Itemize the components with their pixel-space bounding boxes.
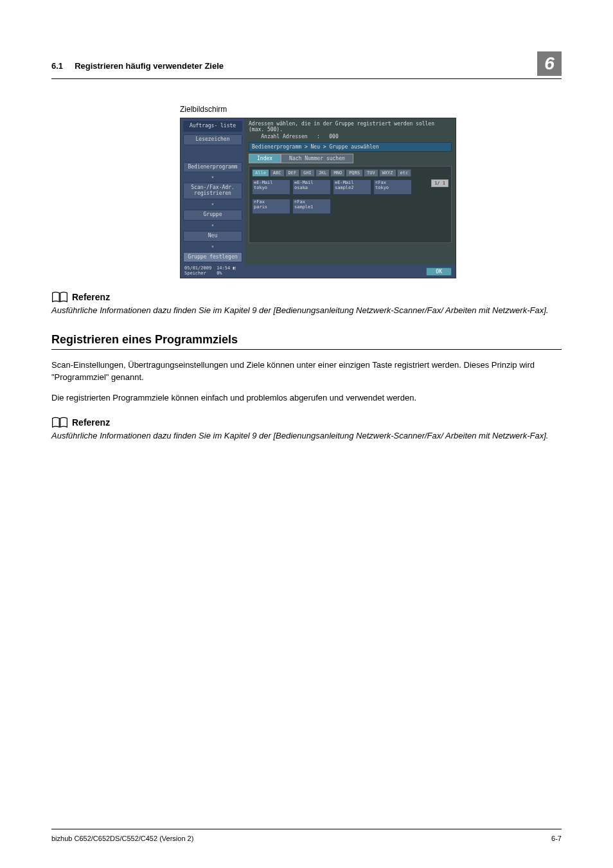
utility-button[interactable]: Bedienerprogramm bbox=[183, 162, 242, 173]
screenshot-caption: Zielbildschirm bbox=[180, 105, 562, 114]
chevron-down-icon: ▾ bbox=[183, 244, 242, 249]
letter-tab-abc[interactable]: ABC bbox=[270, 169, 285, 177]
section-num: 6.1 bbox=[51, 61, 63, 71]
breadcrumb: Bedienerprogramm > Neu > Gruppe auswähle… bbox=[249, 142, 452, 152]
reference-label: Referenz bbox=[72, 417, 110, 428]
destination-button[interactable]: ✆Faxsample1 bbox=[292, 199, 331, 214]
book-icon bbox=[51, 291, 68, 303]
book-icon bbox=[51, 417, 68, 428]
device-screenshot: Auftrags- liste Lesezeichen Bedienerprog… bbox=[180, 118, 456, 278]
screenshot-footer: 05/01/2009 Speicher 14:54 ◧ 0% OK bbox=[181, 265, 456, 277]
chapter-badge: 6 bbox=[537, 51, 562, 76]
letter-tab-wxyz[interactable]: WXYZ bbox=[379, 169, 396, 177]
chevron-down-icon: ▾ bbox=[183, 223, 242, 228]
destination-button[interactable]: ✆Faxparis bbox=[252, 199, 290, 214]
paragraph-2: Die registrierten Programmziele können e… bbox=[51, 392, 562, 404]
destination-button[interactable]: ✉E-Mailsample2 bbox=[333, 179, 371, 195]
letter-tab-def[interactable]: DEF bbox=[285, 169, 300, 177]
chevron-down-icon: ▾ bbox=[183, 202, 242, 207]
footer-mem-val: 0% bbox=[217, 271, 222, 276]
address-panel: AlleABCDEFGHIJKLMNOPQRSTUVWXYZetc ✉E-Mai… bbox=[249, 166, 452, 243]
footer-model: bizhub C652/C652DS/C552/C452 (Version 2) bbox=[51, 835, 193, 842]
set-group-button[interactable]: Gruppe festlegen bbox=[183, 252, 242, 263]
jobs-button[interactable]: Auftrags- liste bbox=[183, 121, 242, 132]
header-rule bbox=[51, 78, 562, 79]
footer-page: 6-7 bbox=[551, 835, 562, 842]
tab-index[interactable]: Index bbox=[249, 154, 281, 163]
reference-text-1: Ausführliche Informationen dazu finden S… bbox=[51, 305, 562, 316]
heading-programmziel: Registrieren eines Programmziels bbox=[51, 333, 562, 347]
footer-rule bbox=[51, 829, 562, 829]
tab-search[interactable]: Nach Nummer suchen bbox=[281, 154, 353, 163]
letter-tab-alle[interactable]: Alle bbox=[252, 169, 269, 177]
destination-button[interactable]: ✆Faxtokyo bbox=[373, 179, 412, 195]
side-panel: Auftrags- liste Lesezeichen Bedienerprog… bbox=[181, 118, 245, 265]
new-button[interactable]: Neu bbox=[183, 231, 242, 242]
destination-button[interactable]: ✉E-Mailosaka bbox=[292, 179, 331, 195]
section-title: Registrieren häufig verwendeter Ziele bbox=[75, 61, 224, 71]
heading-rule bbox=[51, 349, 562, 350]
count-row: Anzahl Adressen : 000 bbox=[249, 134, 452, 140]
destination-button[interactable]: ✉E-Mailtokyo bbox=[252, 179, 290, 195]
bookmark-button[interactable]: Lesezeichen bbox=[183, 134, 242, 145]
scanfax-button[interactable]: Scan-/Fax-Adr. registrieren bbox=[183, 183, 242, 199]
footer-mem-label: Speicher bbox=[184, 271, 206, 276]
ok-button[interactable]: OK bbox=[426, 267, 452, 276]
letter-tab-mno[interactable]: MNO bbox=[330, 169, 345, 177]
reference-text-2: Ausführliche Informationen dazu finden S… bbox=[51, 430, 562, 442]
letter-tab-pqrs[interactable]: PQRS bbox=[346, 169, 363, 177]
header-left: 6.1 Registrieren häufig verwendeter Ziel… bbox=[51, 61, 224, 76]
letter-tab-ghi[interactable]: GHI bbox=[300, 169, 315, 177]
letter-tab-tuv[interactable]: TUV bbox=[364, 169, 378, 177]
page-indicator: 1/ 1 bbox=[431, 179, 449, 187]
group-button[interactable]: Gruppe bbox=[183, 210, 242, 221]
letter-tab-jkl[interactable]: JKL bbox=[315, 169, 330, 177]
reference-label: Referenz bbox=[72, 292, 110, 302]
paragraph-1: Scan-Einstellungen, Übertragungseinstell… bbox=[51, 359, 562, 384]
instruction-text: Adressen wählen, die in der Gruppe regis… bbox=[249, 121, 452, 132]
chevron-down-icon: ▾ bbox=[183, 175, 242, 180]
letter-tab-etc[interactable]: etc bbox=[397, 169, 412, 177]
